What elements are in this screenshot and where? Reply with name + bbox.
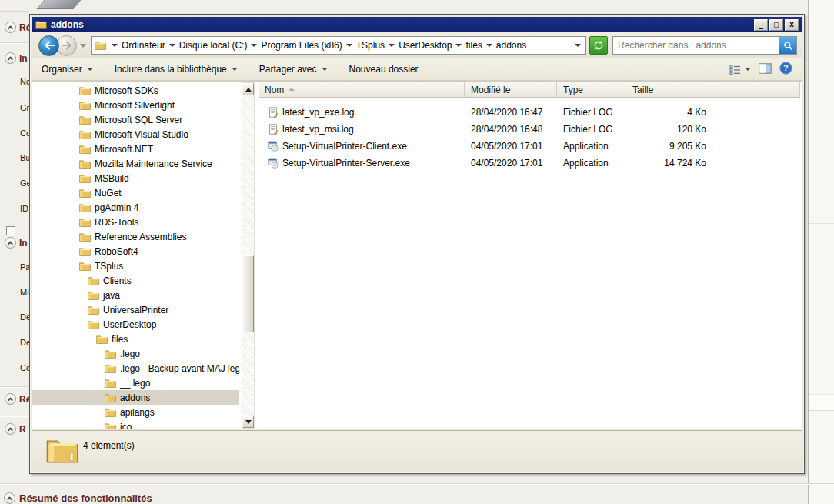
folder-icon [95, 41, 106, 50]
breadcrumb: Ordinateur Disque local (C:) Program Fil… [108, 40, 526, 51]
tree-item[interactable]: UniversalPrinter [32, 302, 239, 317]
tree-item[interactable]: Microsoft Silverlight [32, 98, 239, 112]
maximize-button[interactable]: □ [769, 19, 783, 31]
tree-item[interactable]: UserDesktop [32, 317, 239, 332]
tree-item[interactable]: NuGet [32, 185, 239, 200]
tree-item[interactable]: java [32, 288, 239, 302]
bg-features-summary-header[interactable]: Résumé des fonctionnalités [4, 492, 152, 504]
tree-item-label: ico [120, 422, 132, 430]
collapse-chevron-icon[interactable] [5, 393, 16, 405]
bg-section-header[interactable]: R [5, 423, 26, 435]
scrollbar-thumb[interactable] [242, 255, 254, 332]
search-icon [783, 41, 793, 51]
column-header-name[interactable]: Nom [259, 82, 465, 98]
bg-field-label: ID [20, 204, 28, 213]
tree-item-label: UserDesktop [103, 319, 156, 330]
tree-scrollbar[interactable] [242, 82, 255, 429]
preview-pane-button[interactable] [759, 63, 772, 76]
file-type: Fichier LOG [557, 124, 626, 135]
chevron-down-icon[interactable] [389, 44, 395, 47]
folder-icon [79, 101, 91, 110]
scroll-up-button[interactable] [242, 83, 254, 95]
command-label: Inclure dans la bibliothèque [115, 64, 227, 75]
folder-icon [79, 159, 91, 169]
breadcrumb-item[interactable]: Ordinateur [108, 40, 165, 51]
tree-item[interactable]: RDS-Tools [32, 215, 239, 229]
forward-button[interactable] [56, 35, 77, 56]
tree-item[interactable]: .lego - Backup avant MAJ lego ex [32, 361, 239, 375]
breadcrumb-item[interactable]: Program Files (x86) [247, 40, 342, 51]
bg-section-header[interactable]: In [5, 237, 28, 249]
breadcrumb-item[interactable]: TSplus [342, 40, 385, 51]
file-type: Fichier LOG [557, 107, 626, 118]
tree-item[interactable]: __.lego [32, 375, 239, 390]
column-header-blank[interactable] [712, 82, 800, 98]
help-button[interactable]: ? [779, 62, 792, 77]
breadcrumb-item-label: UserDesktop [399, 40, 452, 51]
command-bar-button[interactable]: Nouveau dossier [349, 64, 419, 75]
breadcrumb-item[interactable]: addons [482, 40, 526, 51]
command-label: Organiser [42, 64, 82, 75]
tree-item[interactable]: Clients [32, 273, 239, 288]
chevron-down-icon[interactable] [251, 44, 257, 47]
collapse-chevron-icon[interactable] [5, 237, 16, 249]
tree-item[interactable]: Microsoft Visual Studio [32, 127, 239, 142]
column-header-size[interactable]: Taille [626, 82, 712, 98]
tree-item[interactable]: TSplus [32, 259, 239, 273]
chevron-down-icon [87, 68, 93, 71]
scroll-down-button[interactable] [242, 416, 254, 428]
chevron-down-icon[interactable] [112, 44, 118, 47]
tree-item[interactable]: Microsoft SDKs [32, 83, 239, 98]
chevron-down-icon[interactable] [455, 44, 462, 47]
collapse-chevron-icon[interactable] [5, 423, 16, 435]
tree-item[interactable]: MSBuild [32, 171, 239, 185]
file-modified: 28/04/2020 16:47 [465, 107, 557, 118]
search-input[interactable] [613, 38, 779, 53]
refresh-button[interactable] [589, 36, 608, 55]
collapse-chevron-icon[interactable] [5, 22, 16, 33]
breadcrumb-item[interactable]: Disque local (C:) [165, 40, 248, 51]
column-header-type[interactable]: Type [557, 82, 626, 98]
tree-item[interactable]: files [32, 332, 239, 346]
tree-item[interactable]: ico [32, 419, 239, 429]
minimize-button[interactable]: _ [754, 19, 768, 31]
command-bar-button[interactable]: Inclure dans la bibliothèque [115, 64, 238, 75]
file-row[interactable]: Setup-VirtualPrinter-Server.exe 04/05/20… [259, 155, 800, 172]
desktop: Rés In NoGrCoBuGeID In PaMiDeDeCo Rés R … [0, 0, 834, 504]
tree-item[interactable]: pgAdmin 4 [32, 200, 239, 215]
bg-section-header[interactable]: In [5, 52, 28, 64]
tree-item[interactable]: Reference Assemblies [32, 229, 239, 244]
history-dropdown-icon[interactable] [80, 44, 86, 48]
views-button[interactable] [729, 65, 751, 75]
tree-item[interactable]: .lego [32, 346, 239, 361]
address-dropdown-icon[interactable] [575, 44, 581, 47]
tree-item[interactable]: RoboSoft4 [32, 244, 239, 259]
arrow-left-icon [44, 41, 55, 50]
folder-icon [105, 408, 116, 417]
tree-item-label: RDS-Tools [95, 217, 138, 228]
column-header-modified[interactable]: Modifié le [465, 82, 557, 98]
bg-checkbox[interactable] [6, 226, 15, 235]
file-row[interactable]: latest_vp_exe.log 28/04/2020 16:47 Fichi… [259, 104, 800, 121]
search-button[interactable] [779, 37, 796, 54]
close-button[interactable]: x [785, 19, 799, 31]
tree-item[interactable]: Microsoft.NET [32, 142, 239, 156]
chevron-down-icon[interactable] [346, 44, 352, 47]
tree-item[interactable]: addons [32, 390, 239, 405]
collapse-chevron-icon[interactable] [5, 52, 16, 64]
chevron-down-icon[interactable] [486, 44, 492, 47]
file-row[interactable]: latest_vp_msi.log 28/04/2020 16:48 Fichi… [259, 121, 800, 138]
tree-item[interactable]: apilangs [32, 405, 239, 419]
collapse-chevron-icon[interactable] [4, 492, 15, 504]
tree-item[interactable]: Mozilla Maintenance Service [32, 156, 239, 171]
title-bar[interactable]: addons _ □ x [32, 17, 802, 32]
breadcrumb-item[interactable]: UserDesktop [385, 40, 452, 51]
breadcrumb-item[interactable]: files [452, 40, 482, 51]
chevron-down-icon[interactable] [169, 44, 175, 47]
tree-item[interactable]: Microsoft SQL Server [32, 112, 239, 127]
address-bar[interactable]: Ordinateur Disque local (C:) Program Fil… [91, 36, 586, 55]
command-bar-button[interactable]: Partager avec [259, 64, 328, 75]
command-bar-button[interactable]: Organiser [42, 64, 93, 75]
back-button[interactable] [38, 35, 59, 56]
file-row[interactable]: Setup-VirtualPrinter-Client.exe 04/05/20… [259, 138, 800, 155]
